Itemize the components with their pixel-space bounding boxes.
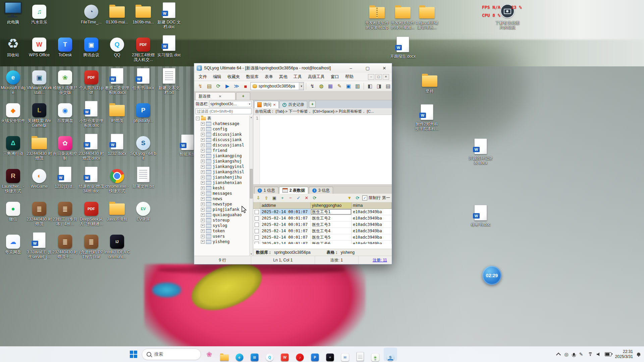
insert-update-icon[interactable]: ✎ xyxy=(335,82,343,90)
desktop-icon[interactable]: 01309-mai... xyxy=(104,2,130,24)
taskbar-app-notepad[interactable] xyxy=(354,348,367,361)
expander-icon[interactable]: + xyxy=(201,197,205,201)
menubar-item[interactable]: 数据库 xyxy=(243,73,262,81)
scroll-up-arrow-icon[interactable]: ▲ xyxy=(250,116,253,119)
table-cell[interactable]: 2025-02-14 00:01:07 xyxy=(260,215,311,221)
desktop-icon[interactable]: 开发相关软件的使用视频... xyxy=(390,3,416,30)
expander-icon[interactable]: + xyxy=(201,192,205,195)
desktop-icon[interactable]: PDF23软工4班熠茂人机交... xyxy=(130,35,156,62)
taskbar-app-intellij-idea[interactable]: IJ xyxy=(323,348,337,361)
table-cell[interactable]: 2025-02-14 00:01:07 xyxy=(260,234,311,240)
new-query-tab-button[interactable]: + xyxy=(309,101,316,108)
table-cell[interactable]: 2025-02-14 00:01:07 xyxy=(260,222,311,228)
tree-item[interactable]: +friend xyxy=(194,148,253,153)
desktop-icon[interactable]: 232440430 时熠茂 xyxy=(26,133,52,161)
expander-icon[interactable]: + xyxy=(201,229,205,233)
column-header[interactable]: mima xyxy=(352,202,392,208)
widgets-button[interactable]: ❀ xyxy=(203,348,216,361)
menubar-item[interactable]: 窗口 xyxy=(328,73,342,81)
tray-clock[interactable]: 22:31 2025/3/31 xyxy=(615,349,633,359)
desktop-icon[interactable]: ◉百度网盘 xyxy=(52,101,78,123)
desktop-icon[interactable]: eMicrosoft Edge xyxy=(0,68,26,95)
taskbar-app-edge-browser[interactable]: e xyxy=(233,348,246,361)
close-tab-icon[interactable]: ✕ xyxy=(219,95,221,98)
wifi-icon[interactable] xyxy=(588,352,593,356)
register-link[interactable]: 注册: 11 xyxy=(359,256,392,264)
desktop-icon[interactable]: ◆火绒安全软件 xyxy=(0,101,26,123)
mdi-minimize-button[interactable]: – xyxy=(368,74,374,80)
expander-icon[interactable]: + xyxy=(201,219,205,222)
table-cell[interactable]: 医生工号3 xyxy=(311,222,352,228)
table-cell[interactable]: 医生工号1 xyxy=(311,209,352,215)
desktop-icon[interactable]: TToDesk xyxy=(52,35,78,57)
table-cell[interactable]: 医生工号6 xyxy=(311,241,352,244)
expander-icon[interactable]: + xyxy=(201,235,205,238)
taskbar-app-qq[interactable]: Q xyxy=(263,348,276,361)
table-cell[interactable]: e10adc3949ba xyxy=(352,215,392,221)
expander-icon[interactable]: + xyxy=(201,154,205,158)
new-connection-tab-button[interactable]: + xyxy=(236,92,250,100)
tree-item[interactable]: +news xyxy=(194,196,253,201)
desktop-icon[interactable]: ≣23软工（专升本）4班... xyxy=(52,199,78,226)
desktop-icon[interactable]: 1.6javaEE键康管理系... xyxy=(414,3,440,30)
tab-table-data[interactable]: 2 表数据 xyxy=(279,187,308,194)
desktop-icon[interactable]: W实习报告.doc xyxy=(156,35,182,57)
connection-selector[interactable]: springboot3c3856pa▾ xyxy=(251,82,304,90)
desktop-icon[interactable]: ♫汽水音乐 xyxy=(26,2,52,24)
table-cell[interactable]: 2025-02-14 00:01:07 xyxy=(260,241,311,244)
insert-row-icon[interactable]: + xyxy=(279,195,286,201)
menubar-item[interactable]: 表单 xyxy=(262,73,276,81)
desktop-icon[interactable]: PDF个人简历(1).pdf xyxy=(78,68,104,95)
expander-icon[interactable]: + xyxy=(201,208,205,212)
desktop-icon[interactable]: ●微信 xyxy=(0,199,26,222)
desktop-icon[interactable]: WWPS Office xyxy=(26,35,52,57)
row-checkbox[interactable] xyxy=(255,242,259,244)
expander-icon[interactable]: + xyxy=(201,160,205,163)
copy-database-icon[interactable]: ▣ xyxy=(344,82,353,90)
desktop-icon[interactable]: W3.3JavaEE-原生servlet_j... xyxy=(26,232,52,259)
volume-icon[interactable] xyxy=(597,353,601,356)
desktop-icon[interactable]: 坚持 xyxy=(417,71,443,94)
close-button[interactable]: ✕ xyxy=(377,63,392,73)
desktop-icon[interactable]: W任务书.docx xyxy=(130,68,156,90)
microphone-icon[interactable] xyxy=(573,353,575,356)
tree-root[interactable]: −表 xyxy=(194,116,253,121)
expander-icon[interactable]: + xyxy=(201,176,205,179)
table-cell[interactable]: 医生工号4 xyxy=(311,228,352,234)
desktop-icon[interactable]: RLauncher... - 快捷方式 xyxy=(0,166,26,193)
menubar-item[interactable]: 文件 xyxy=(196,73,210,81)
tab-history[interactable]: 历史记录 xyxy=(279,101,307,108)
desktop-icon[interactable]: W新建 DOC 文档.doc xyxy=(156,2,182,29)
desktop-icon[interactable]: W教师工资管理系统.docx xyxy=(104,68,130,95)
window-titlebar[interactable]: S SQLyog Ultimate 64 - [新连接/springboot3c… xyxy=(194,63,392,73)
pen-icon[interactable]: ✎ xyxy=(579,352,584,357)
desktop-icon[interactable]: 新建 文本文档.txt xyxy=(156,68,182,95)
desktop-icon[interactable]: Pphpstudy... xyxy=(130,101,156,123)
desktop-icon[interactable]: ❀植物大战僵尸杂交版 xyxy=(52,68,78,95)
table-cell[interactable]: 医生工号5 xyxy=(311,234,352,240)
desktop-icon[interactable]: 时熠茂 xyxy=(104,101,130,123)
copy-row-icon[interactable]: ▣ xyxy=(271,195,278,201)
desktop-icon[interactable]: ♻回收站 xyxy=(0,35,26,57)
tree-item[interactable]: +yisheng xyxy=(194,239,253,244)
desktop-icon[interactable]: 开发相关软件的安装包.zip xyxy=(364,3,390,30)
menubar-item[interactable]: 其他 xyxy=(276,73,290,81)
expander-icon[interactable]: + xyxy=(201,127,205,131)
menubar-item[interactable]: 工具 xyxy=(290,73,305,81)
desktop-icon[interactable]: ▣腾讯会议 xyxy=(78,35,104,57)
menubar-item[interactable]: 高级工具 xyxy=(305,73,328,81)
new-connection-icon[interactable]: ↯ xyxy=(196,82,204,90)
tab-query[interactable]: 询问 ✕ xyxy=(254,101,279,108)
tree-item[interactable]: +discussjiansl xyxy=(194,142,253,148)
stop-query-icon[interactable]: ■ xyxy=(241,82,250,90)
expander-icon[interactable]: + xyxy=(201,165,205,169)
maximize-button[interactable]: ▢ xyxy=(360,63,375,73)
desktop-icon[interactable]: ◐WeGame xyxy=(26,166,52,189)
connect-mysql-icon[interactable]: ↯ xyxy=(308,82,316,90)
desktop-icon[interactable]: ◔FileTime_... xyxy=(78,2,104,24)
table-cell[interactable]: e10adc3949ba xyxy=(352,222,392,228)
taskbar-app-wps-office[interactable]: W xyxy=(278,348,291,361)
desktop-icon[interactable]: W附件2郑州科技学院本科... xyxy=(414,104,440,131)
close-tab-icon[interactable]: ✕ xyxy=(273,103,276,107)
sql-editor[interactable] xyxy=(260,115,392,184)
